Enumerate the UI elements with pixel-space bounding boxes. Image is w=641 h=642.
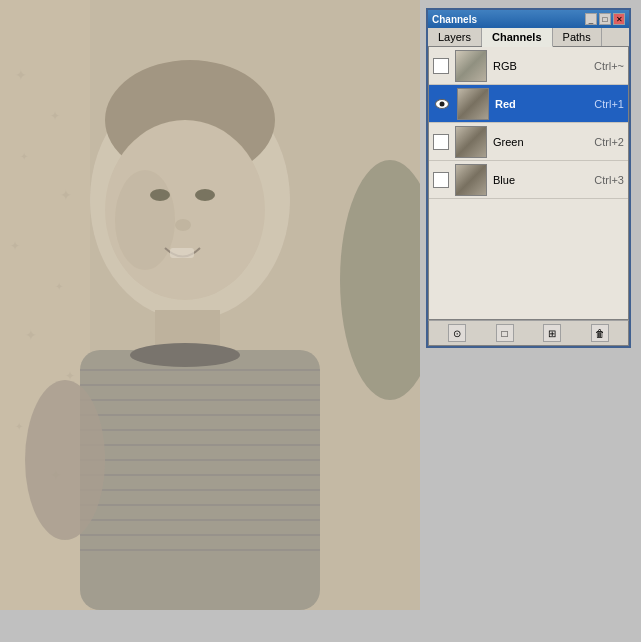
maximize-button[interactable]: □ xyxy=(599,13,611,25)
channel-thumb-image-red xyxy=(458,89,488,119)
channel-row-rgb[interactable]: RGB Ctrl+~ xyxy=(429,47,628,85)
channel-thumb-image-blue xyxy=(456,165,486,195)
channel-thumb-image-rgb xyxy=(456,51,486,81)
channel-thumb-image-green xyxy=(456,127,486,157)
panel-empty-space xyxy=(429,199,628,319)
canvas-area: ✦ ✦ ✦ ✦ ✦ ✦ ✦ ✦ ✦ ✦ xyxy=(0,0,420,610)
channel-thumbnail-blue xyxy=(455,164,487,196)
new-channel-button[interactable]: ⊞ xyxy=(543,324,561,342)
visibility-checkbox-rgb[interactable] xyxy=(433,58,449,74)
channel-name-blue: Blue xyxy=(493,174,588,186)
tab-channels[interactable]: Channels xyxy=(482,28,553,47)
close-button[interactable]: ✕ xyxy=(613,13,625,25)
channel-shortcut-red: Ctrl+1 xyxy=(594,98,624,110)
channel-thumbnail-red xyxy=(457,88,489,120)
channel-thumbnail-rgb xyxy=(455,50,487,82)
delete-channel-button[interactable]: 🗑 xyxy=(591,324,609,342)
svg-rect-38 xyxy=(0,0,420,610)
workspace-bottom xyxy=(0,610,641,642)
panel-body: RGB Ctrl+~ Red Ctrl+1 Green Ctrl+2 xyxy=(428,47,629,320)
panel-titlebar: Channels _ □ ✕ xyxy=(428,10,629,28)
channel-name-red: Red xyxy=(495,98,588,110)
panel-title: Channels xyxy=(432,14,477,25)
channel-shortcut-blue: Ctrl+3 xyxy=(594,174,624,186)
eye-icon-red[interactable] xyxy=(433,95,451,113)
channel-row-blue[interactable]: Blue Ctrl+3 xyxy=(429,161,628,199)
channel-shortcut-rgb: Ctrl+~ xyxy=(594,60,624,72)
channel-name-green: Green xyxy=(493,136,588,148)
visibility-eye-red xyxy=(435,99,449,109)
channel-shortcut-green: Ctrl+2 xyxy=(594,136,624,148)
minimize-button[interactable]: _ xyxy=(585,13,597,25)
workspace-right xyxy=(420,420,641,610)
panel-toolbar: ⊙ □ ⊞ 🗑 xyxy=(428,320,629,346)
titlebar-buttons: _ □ ✕ xyxy=(585,13,625,25)
channel-to-selection-button[interactable]: ⊙ xyxy=(448,324,466,342)
channel-thumbnail-green xyxy=(455,126,487,158)
tabs-row: Layers Channels Paths xyxy=(428,28,629,47)
channels-panel: Channels _ □ ✕ Layers Channels Paths RGB… xyxy=(426,8,631,348)
photo-image: ✦ ✦ ✦ ✦ ✦ ✦ ✦ ✦ ✦ ✦ xyxy=(0,0,420,610)
channel-row-green[interactable]: Green Ctrl+2 xyxy=(429,123,628,161)
channel-name-rgb: RGB xyxy=(493,60,588,72)
tab-paths[interactable]: Paths xyxy=(553,28,602,46)
channel-row-red[interactable]: Red Ctrl+1 xyxy=(429,85,628,123)
visibility-checkbox-blue[interactable] xyxy=(433,172,449,188)
tab-layers[interactable]: Layers xyxy=(428,28,482,46)
selection-to-channel-button[interactable]: □ xyxy=(496,324,514,342)
visibility-checkbox-green[interactable] xyxy=(433,134,449,150)
